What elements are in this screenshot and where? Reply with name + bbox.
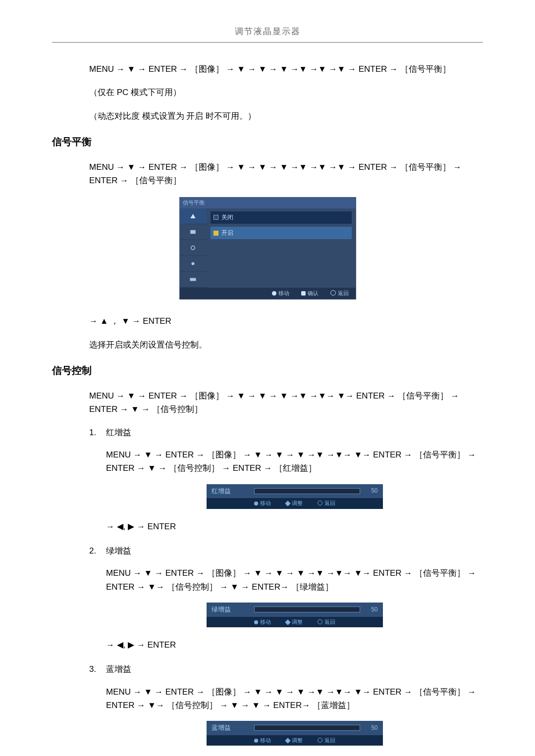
slider-foot-adjust: 调整 (286, 736, 303, 745)
sidebar-icon-5 (180, 272, 207, 288)
slider-foot-return: 返回 (318, 618, 335, 627)
slider-bar (254, 488, 360, 494)
item-num: 1. (89, 426, 106, 439)
section-signal-control-title: 信号控制 (52, 362, 483, 378)
slider-value: 50 (360, 486, 378, 496)
option-off: 关闭 (211, 211, 352, 224)
item-num: 2. (89, 544, 106, 557)
option-on: 开启 (211, 227, 352, 239)
item-name: 红增益 (106, 428, 131, 437)
sidebar-icon-1 (180, 208, 207, 224)
slider-foot-adjust: 调整 (286, 499, 303, 508)
slider-label: 红增益 (212, 486, 254, 497)
svg-point-2 (191, 246, 195, 250)
sec1-nav: MENU → ▼ → ENTER → ［图像］ → ▼ → ▼ → ▼ →▼ →… (89, 160, 483, 187)
slider-label: 蓝增益 (212, 723, 254, 733)
section-signal-balance-title: 信号平衡 (52, 134, 483, 150)
green-gain-figure: 绿增益 50 移动 调整 返回 (207, 603, 383, 627)
red-gain-figure: 红增益 50 移动 调整 返回 (207, 484, 383, 509)
slider-value: 50 (360, 723, 378, 733)
item-nav: MENU → ▼ → ENTER → ［图像］ → ▼ → ▼ → ▼ →▼ →… (106, 566, 483, 593)
menu-figure-footer: 移动 确认 返回 (180, 288, 356, 300)
blue-gain-figure: 蓝增益 50 移动 调整 返回 (207, 721, 383, 746)
item-green-gain: 2.绿增益 MENU → ▼ → ENTER → ［图像］ → ▼ → ▼ → … (89, 544, 483, 652)
intro-nav: MENU → ▼ → ENTER → ［图像］ → ▼ → ▼ → ▼ →▼ →… (89, 62, 483, 76)
svg-point-3 (192, 262, 195, 265)
signal-balance-menu-figure: 信号平衡 关闭 开启 移动 确认 返回 (179, 197, 356, 300)
slider-label: 绿增益 (212, 605, 254, 615)
option-off-label: 关闭 (221, 213, 233, 222)
svg-marker-0 (190, 214, 196, 218)
slider-foot-return: 返回 (318, 736, 335, 745)
sec1-desc: 选择开启或关闭设置信号控制。 (89, 338, 483, 352)
checkbox-off-icon (214, 215, 218, 220)
slider-value: 50 (360, 605, 378, 614)
item-name: 绿增益 (106, 546, 131, 555)
menu-figure-title: 信号平衡 (180, 198, 356, 208)
item-blue-gain: 3.蓝增益 MENU → ▼ → ENTER → ［图像］ → ▼ → ▼ → … (89, 662, 483, 756)
page-header: 调节液晶显示器 (52, 25, 483, 43)
slider-foot-move: 移动 (254, 618, 271, 627)
footer-move: 移动 (272, 289, 289, 298)
sec1-adjust: → ▲ ， ▼ → ENTER (89, 314, 483, 328)
slider-foot-adjust: 调整 (286, 618, 303, 627)
intro-pc-note: （仅在 PC 模式下可用） (89, 86, 483, 99)
item-red-gain: 1.红增益 MENU → ▼ → ENTER → ［图像］ → ▼ → ▼ → … (89, 426, 483, 533)
menu-figure-sidebar (180, 208, 207, 288)
footer-enter: 确认 (301, 289, 319, 298)
slider-foot-move: 移动 (254, 499, 271, 508)
sec2-nav: MENU → ▼ → ENTER → ［图像］ → ▼ → ▼ → ▼ →▼ →… (89, 389, 483, 416)
item-nav: MENU → ▼ → ENTER → ［图像］ → ▼ → ▼ → ▼ →▼ →… (106, 448, 483, 475)
item-name: 蓝增益 (106, 664, 131, 674)
slider-foot-move: 移动 (254, 736, 271, 745)
sidebar-icon-3 (180, 240, 207, 256)
svg-rect-1 (190, 230, 196, 234)
item-adjust: → ◀, ▶ → ENTER (106, 638, 483, 652)
sidebar-icon-4 (180, 256, 207, 272)
sidebar-icon-2 (180, 224, 207, 240)
footer-return: 返回 (330, 289, 349, 298)
intro-dyn-note: （动态对比度 模式设置为 开启 时不可用。） (89, 109, 483, 123)
item-nav: MENU → ▼ → ENTER → ［图像］ → ▼ → ▼ → ▼ →▼ →… (106, 685, 483, 712)
checkbox-on-icon (214, 231, 218, 236)
slider-bar (254, 606, 360, 612)
item-adjust: → ◀, ▶ → ENTER (106, 520, 483, 533)
slider-bar (254, 725, 360, 731)
item-num: 3. (89, 662, 106, 676)
slider-foot-return: 返回 (318, 499, 335, 508)
svg-rect-4 (190, 278, 196, 281)
option-on-label: 开启 (221, 228, 233, 238)
